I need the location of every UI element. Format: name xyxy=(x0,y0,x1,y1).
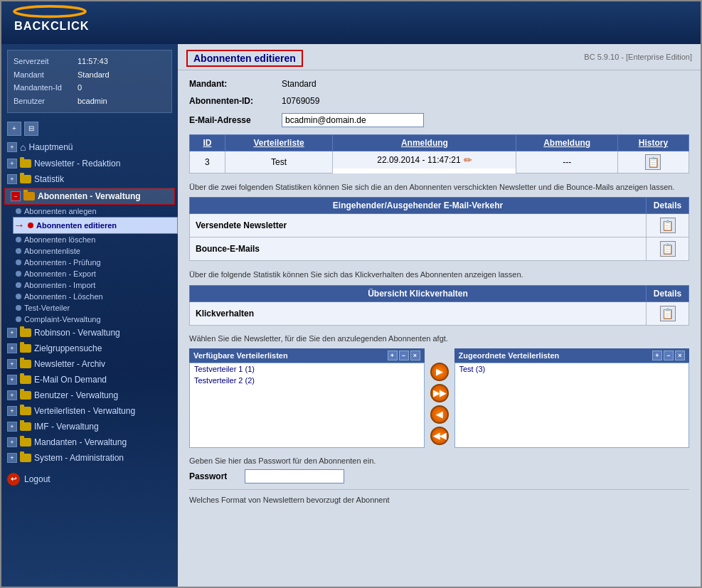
available-collapse-btn[interactable]: − xyxy=(399,351,409,360)
abonnenten-id-value: 10769059 xyxy=(282,96,319,106)
sidebar-item-email-on-demand[interactable]: + E-Mail On Demand xyxy=(1,372,178,387)
subscription-table: ID Verteilerliste Anmeldung Abmeldung Hi… xyxy=(189,134,689,173)
sidebar-item-label: Newsletter - Archiv xyxy=(34,359,105,369)
folder-icon xyxy=(20,438,31,447)
content-area: Abonnenten editieren BC 5.9.10 - [Enterp… xyxy=(178,44,701,587)
sidebar-item-imf-verwaltung[interactable]: + IMF - Verwaltung xyxy=(1,419,178,434)
sidebar-item-verteilerlisten-verwaltung[interactable]: + Verteilerlisten - Verwaltung xyxy=(1,403,178,419)
sidebar-sub-label: Abonnenten - Prüfung xyxy=(24,258,101,267)
sidebar-item-label: Statistik xyxy=(34,174,64,184)
cell-verteilerliste: Test xyxy=(225,151,333,173)
arrow-left-all-btn[interactable]: ◀◀ xyxy=(430,427,449,445)
col-id[interactable]: ID xyxy=(190,135,225,151)
bounce-details[interactable]: 📋 xyxy=(647,237,689,261)
klickverhalten-details[interactable]: 📋 xyxy=(647,301,689,325)
versendete-label: Versendete Newsletter xyxy=(190,214,647,237)
logo-area: BACKCLICK xyxy=(7,5,92,41)
assigned-expand-btn[interactable]: + xyxy=(652,351,662,360)
sidebar-item-robinson-verwaltung[interactable]: + Robinson - Verwaltung xyxy=(1,325,178,341)
bullet-icon xyxy=(16,305,21,311)
available-close-btn[interactable]: × xyxy=(410,351,420,360)
bullet-icon xyxy=(16,260,21,265)
assigned-label: Zugeordnete Verteilerlisten xyxy=(459,351,560,360)
expand-icon: + xyxy=(7,406,17,416)
sidebar-item-zielgruppensuche[interactable]: + Zielgruppensuche xyxy=(1,341,178,356)
folder-icon xyxy=(20,375,31,384)
assigned-collapse-btn[interactable]: − xyxy=(664,351,674,360)
password-label: Passwort xyxy=(189,471,239,481)
sidebar-sub-abonnenten-pruefung[interactable]: Abonnenten - Prüfung xyxy=(13,257,178,268)
table-row: 3 Test 22.09.2014 - 11:47:21 ✏ --- 📋 xyxy=(190,151,689,173)
bullet-icon xyxy=(16,316,21,322)
serverzeit-label: Serverzeit xyxy=(14,55,78,68)
col-anmeldung[interactable]: Anmeldung xyxy=(333,135,516,151)
mandant-field-value: Standard xyxy=(282,79,317,89)
history-detail-icon[interactable]: 📋 xyxy=(645,154,661,170)
col-history[interactable]: History xyxy=(617,135,688,151)
sidebar-item-newsletter-archiv[interactable]: + Newsletter - Archiv xyxy=(1,356,178,372)
serverzeit-value: 11:57:43 xyxy=(78,55,108,68)
sidebar-sub-abonnenten-anlegen[interactable]: Abonnenten anlegen xyxy=(13,205,178,217)
arrow-right-single-btn[interactable]: ▶ xyxy=(430,363,449,381)
sidebar-sub-abonnenten-loeschen2[interactable]: Abonnenten - Löschen xyxy=(13,291,178,302)
sidebar-sub-abonnentenliste[interactable]: Abonnentenliste xyxy=(13,245,178,257)
klickverhalten-detail-icon[interactable]: 📋 xyxy=(660,306,676,321)
sidebar-item-system-administration[interactable]: + System - Administration xyxy=(1,450,178,466)
sidebar-item-statistik[interactable]: + Statistik xyxy=(1,171,178,187)
bounce-detail-icon[interactable]: 📋 xyxy=(660,241,676,257)
sidebar-sub-label: Abonnenten anlegen xyxy=(24,207,97,215)
sidebar-sub-abonnenten-import[interactable]: Abonnenten - Import xyxy=(13,279,178,291)
sidebar-sub-abonnenten-loeschen[interactable]: Abonnenten löschen xyxy=(13,234,178,245)
list-section: Wählen Sie die Newsletter, für die Sie d… xyxy=(189,334,689,448)
versendete-detail-icon[interactable]: 📋 xyxy=(660,218,676,233)
folder-icon xyxy=(20,328,31,337)
col-abmeldung[interactable]: Abmeldung xyxy=(516,135,617,151)
sidebar-sub-label: Abonnenten löschen xyxy=(24,235,95,244)
sidebar-collapse-btn[interactable]: ⊟ xyxy=(24,122,38,136)
expand-icon: + xyxy=(7,453,17,463)
sidebar-item-mandanten-verwaltung[interactable]: + Mandanten - Verwaltung xyxy=(1,434,178,450)
bullet-icon xyxy=(16,237,21,242)
sidebar-item-abonnenten-verwaltung[interactable]: − Abonnenten - Verwaltung xyxy=(4,188,175,205)
sidebar-sub-label: Abonnenten - Import xyxy=(24,281,95,289)
sidebar-sub-test-verteiler[interactable]: Test-Verteiler xyxy=(13,302,178,314)
sidebar-sub-complaint-verwaltung[interactable]: Complaint-Verwaltung xyxy=(13,314,178,325)
assigned-close-btn[interactable]: × xyxy=(675,351,685,360)
sidebar-sub-abonnenten-editieren[interactable]: → Abonnenten editieren xyxy=(13,217,178,234)
klickverhalten-table: Übersicht Klickverhalten Details Klickve… xyxy=(189,285,689,326)
email-input[interactable] xyxy=(282,113,424,127)
folder-icon xyxy=(20,159,31,168)
sidebar-item-hauptmenu[interactable]: + ⌂ Hauptmenü xyxy=(1,139,178,156)
folder-icon xyxy=(23,192,35,201)
stats-info-text2: Über die folgende Statistik können Sie s… xyxy=(189,269,689,280)
password-input[interactable] xyxy=(245,469,344,483)
list-item[interactable]: Test (3) xyxy=(455,363,689,375)
arrow-right-all-btn[interactable]: ▶▶ xyxy=(430,384,449,402)
mandant-label: Mandant xyxy=(14,68,78,82)
list-item[interactable]: Testverteiler 1 (1) xyxy=(190,363,424,375)
edit-anmeldung-icon[interactable]: ✏ xyxy=(464,154,472,166)
benutzer-label: Benutzer xyxy=(14,95,78,108)
password-info-text: Geben Sie hier das Passwort für den Abon… xyxy=(189,456,689,465)
sidebar-item-benutzer-verwaltung[interactable]: + Benutzer - Verwaltung xyxy=(1,387,178,403)
sidebar-item-newsletter-redaktion[interactable]: + Newsletter - Redaktion xyxy=(1,156,178,171)
logout-item[interactable]: ↩ Logout xyxy=(1,469,178,490)
versendete-details[interactable]: 📋 xyxy=(647,214,689,237)
sidebar-item-label: Abonnenten - Verwaltung xyxy=(38,191,141,201)
col-verteilerliste[interactable]: Verteilerliste xyxy=(225,135,333,151)
sidebar-sub-abonnenten-export[interactable]: Abonnenten - Export xyxy=(13,268,178,279)
available-expand-btn[interactable]: + xyxy=(388,351,398,360)
available-list-box[interactable]: Testverteiler 1 (1) Testverteiler 2 (2) xyxy=(189,363,425,448)
expand-icon: + xyxy=(7,422,17,432)
assigned-list-box[interactable]: Test (3) xyxy=(454,363,690,448)
cell-history[interactable]: 📋 xyxy=(617,151,688,173)
sidebar-expand-btn[interactable]: + xyxy=(7,122,21,136)
arrow-left-single-btn[interactable]: ◀ xyxy=(430,405,449,424)
house-icon: ⌂ xyxy=(20,141,26,153)
svg-text:BACKCLICK: BACKCLICK xyxy=(14,19,89,32)
content-body: Mandant: Standard Abonnenten-ID: 1076905… xyxy=(178,70,701,513)
list-item[interactable]: Testverteiler 2 (2) xyxy=(190,375,424,386)
klickverhalten-header: Übersicht Klickverhalten xyxy=(190,285,647,301)
server-info-box: Serverzeit 11:57:43 Mandant Standard Man… xyxy=(7,50,172,113)
bullet-icon xyxy=(16,271,21,277)
